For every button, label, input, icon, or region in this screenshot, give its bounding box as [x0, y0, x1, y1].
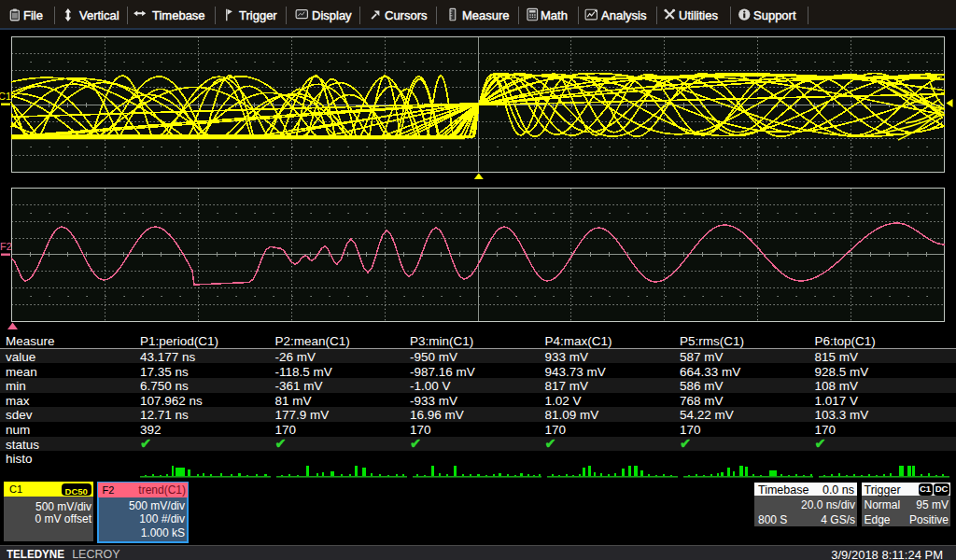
svg-text:C1: C1	[0, 91, 11, 102]
svg-text:F2: F2	[0, 241, 12, 252]
